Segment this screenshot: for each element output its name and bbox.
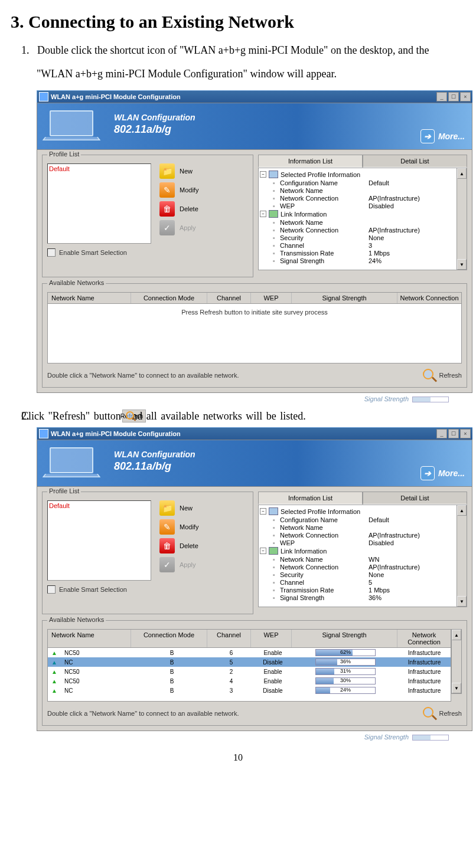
folder-icon: 📁 [159, 500, 175, 516]
check-icon: ✓ [159, 557, 175, 572]
collapse-icon[interactable]: − [260, 548, 266, 554]
dblclick-hint: Double click a "Network Name" to connect… [47, 710, 239, 717]
info-tree: −Selected Profile Information ▪Configura… [259, 168, 457, 270]
step-1-text: 1. Double click the shortcut icon of "WL… [19, 39, 465, 86]
tab-information-list[interactable]: Information List [258, 155, 363, 168]
scroll-up-icon[interactable]: ▲ [457, 168, 467, 179]
signal-bar: 62% [315, 649, 376, 656]
scroll-down-icon[interactable]: ▼ [457, 596, 467, 607]
new-button[interactable]: 📁New [159, 500, 198, 516]
banner-line1: WLAN Configuration [114, 113, 195, 122]
profile-list-label: Profile List [47, 150, 81, 158]
apply-button[interactable]: ✓Apply [159, 220, 198, 235]
available-networks-panel: Available Networks Network Name Connecti… [42, 620, 467, 726]
app-icon [39, 92, 48, 101]
network-row[interactable]: ▲NC50B2Enable31%Infrastucture [48, 667, 451, 676]
check-icon: ✓ [159, 220, 175, 235]
refresh-button[interactable]: Refresh [422, 706, 462, 720]
info-panel: Information List Detail List −Selected P… [258, 155, 467, 277]
close-button[interactable]: × [460, 92, 471, 101]
enable-smart-selection[interactable]: Enable Smart Selection [47, 585, 248, 594]
page-heading: 3. Connecting to an Existing Network [11, 12, 465, 32]
scrollbar[interactable]: ▲ ▼ [457, 505, 467, 607]
scroll-up-icon[interactable]: ▲ [452, 630, 461, 640]
profile-list-label: Profile List [47, 487, 81, 494]
banner: WLAN Configuration 802.11a/b/g ➔ More... [37, 440, 472, 487]
available-networks-panel: Available Networks Network Name Connecti… [42, 283, 467, 388]
checkbox-icon[interactable] [47, 585, 56, 594]
magnify-icon [422, 368, 436, 382]
profile-listbox[interactable]: Default [47, 500, 151, 581]
page-number: 10 [11, 752, 465, 763]
delete-button[interactable]: 🗑Delete [159, 538, 198, 553]
refresh-button[interactable]: Refresh [422, 368, 462, 382]
banner: WLAN Configuration 802.11a/b/g ➔ More... [37, 103, 472, 150]
profile-item-default[interactable]: Default [49, 165, 149, 172]
profile-listbox[interactable]: Default [47, 163, 151, 244]
tab-information-list[interactable]: Information List [258, 492, 363, 505]
antenna-icon: ▲ [51, 669, 57, 675]
modify-button[interactable]: ✎Modify [159, 519, 198, 535]
antenna-icon: ▲ [51, 650, 57, 656]
tab-detail-list[interactable]: Detail List [363, 492, 467, 505]
collapse-icon[interactable]: − [260, 211, 266, 217]
profile-icon [269, 507, 278, 515]
checkbox-icon[interactable] [47, 248, 56, 257]
magnify-icon [422, 706, 436, 720]
maximize-button[interactable]: ☐ [448, 429, 459, 438]
network-row[interactable]: ▲NC50B6Enable62%Infrastucture [48, 648, 451, 657]
minimize-button[interactable]: _ [436, 92, 447, 101]
signal-strength-footer: Signal Strength [37, 393, 472, 402]
antenna-icon: ▲ [51, 678, 57, 684]
profile-list-panel: Profile List Default 📁New ✎Modify 🗑Delet… [42, 155, 253, 277]
modify-icon: ✎ [159, 519, 175, 535]
close-button[interactable]: × [460, 429, 471, 438]
trash-icon: 🗑 [159, 538, 175, 553]
antenna-icon: ▲ [51, 659, 57, 666]
laptop-graphic [42, 447, 101, 480]
antenna-icon: ▲ [51, 687, 57, 694]
scroll-down-icon[interactable]: ▼ [452, 683, 461, 693]
tab-detail-list[interactable]: Detail List [363, 155, 467, 168]
trash-icon: 🗑 [159, 201, 175, 217]
delete-button[interactable]: 🗑Delete [159, 201, 198, 217]
link-icon [269, 210, 278, 218]
folder-icon: 📁 [159, 163, 175, 179]
signal-strength-footer: Signal Strength [37, 731, 472, 741]
profile-item-default[interactable]: Default [49, 502, 149, 509]
window-title: WLAN a+g mini-PCI Module Configuration [51, 93, 435, 100]
more-button[interactable]: ➔ More... [420, 129, 465, 143]
signal-bar: 31% [315, 668, 376, 675]
modify-icon: ✎ [159, 182, 175, 198]
scroll-down-icon[interactable]: ▼ [457, 259, 467, 270]
signal-bar: 24% [315, 687, 376, 694]
window-title: WLAN a+g mini-PCI Module Configuration [51, 430, 435, 437]
maximize-button[interactable]: ☐ [448, 92, 459, 101]
network-table-body: Press Refresh button to initiate site su… [47, 304, 462, 363]
available-networks-label: Available Networks [47, 279, 106, 286]
scrollbar[interactable]: ▲ ▼ [451, 629, 462, 694]
screenshot-1: WLAN a+g mini-PCI Module Configuration _… [37, 90, 472, 402]
scroll-up-icon[interactable]: ▲ [457, 505, 467, 516]
network-table-header: Network Name Connection Mode Channel WEP… [47, 292, 462, 304]
minimize-button[interactable]: _ [436, 429, 447, 438]
network-table-body: ▲NC50B6Enable62%Infrastucture▲NCB5Disabl… [47, 648, 451, 702]
laptop-graphic [42, 110, 101, 143]
enable-smart-selection[interactable]: Enable Smart Selection [47, 248, 248, 257]
info-tree: −Selected Profile Information ▪Configura… [259, 505, 457, 607]
network-row[interactable]: ▲NCB3Disable24%Infrastucture [48, 686, 451, 695]
more-button[interactable]: ➔ More... [420, 466, 465, 480]
banner-line2: 802.11a/b/g [114, 460, 171, 473]
signal-bar: 30% [315, 677, 376, 684]
new-button[interactable]: 📁New [159, 163, 198, 179]
available-networks-label: Available Networks [47, 616, 106, 623]
network-row[interactable]: ▲NCB5Disable36%Infrastucture [48, 657, 451, 667]
collapse-icon[interactable]: − [260, 171, 266, 178]
network-row[interactable]: ▲NC50B4Enable30%Infrastucture [48, 676, 451, 686]
empty-message: Press Refresh button to initiate site su… [48, 304, 461, 316]
scrollbar[interactable]: ▲ ▼ [457, 168, 467, 270]
apply-button[interactable]: ✓Apply [159, 557, 198, 572]
arrow-right-icon: ➔ [420, 129, 435, 143]
modify-button[interactable]: ✎Modify [159, 182, 198, 198]
collapse-icon[interactable]: − [260, 508, 266, 515]
